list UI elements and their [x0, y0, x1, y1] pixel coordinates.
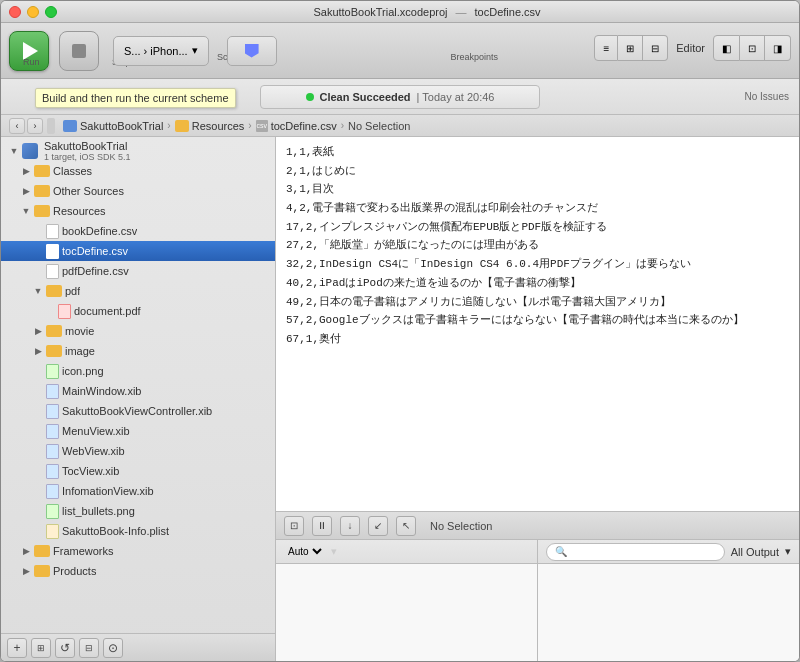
breakpoints-icon [245, 44, 259, 58]
search-button[interactable]: ⊙ [103, 638, 123, 658]
sidebar-item-project[interactable]: SakuttoBookTrial 1 target, iOS SDK 5.1 [1, 141, 275, 161]
file-icon-webview [46, 444, 59, 459]
folder-icon-frameworks [34, 545, 50, 557]
sidebar-item-tocDefine[interactable]: tocDefine.csv [1, 241, 275, 261]
gutter-toggle[interactable] [47, 118, 55, 134]
sidebar-item-Products[interactable]: Products [1, 561, 275, 581]
sidebar-item-WebView[interactable]: WebView.xib [1, 441, 275, 461]
right-toolbar-buttons: ≡ ⊞ ⊟ Editor ◧ ⊡ ◨ [594, 35, 791, 61]
breadcrumb-forward[interactable]: › [27, 118, 43, 134]
label-pdfDefine: pdfDefine.csv [62, 265, 129, 277]
folder-icon-classes [34, 165, 50, 177]
breadcrumb: ‹ › SakuttoBookTrial › Resources › csv t… [1, 115, 799, 137]
debug-step-over-btn[interactable]: ↓ [340, 516, 360, 536]
sidebar-item-image[interactable]: image [1, 341, 275, 361]
issues-bar: No Issues [745, 91, 789, 102]
sidebar-item-bookDefine[interactable]: bookDefine.csv [1, 221, 275, 241]
bc-project[interactable]: SakuttoBookTrial [63, 120, 163, 132]
breadcrumb-nav: ‹ › [9, 118, 43, 134]
sidebar-item-Frameworks[interactable]: Frameworks [1, 541, 275, 561]
debug-search-input[interactable] [546, 543, 725, 561]
sidebar-item-SBVC[interactable]: SakuttoBookViewController.xib [1, 401, 275, 421]
bc-sep3: › [341, 120, 344, 131]
file-icon-tocdefine [46, 244, 59, 259]
sidebar-item-pdfDefine[interactable]: pdfDefine.csv [1, 261, 275, 281]
standard-editor-button[interactable]: ≡ [594, 35, 618, 61]
title-file2: tocDefine.csv [475, 6, 541, 18]
maximize-button[interactable] [45, 6, 57, 18]
debug-pause-btn[interactable]: ⏸ [312, 516, 332, 536]
sidebar-item-InfoView[interactable]: InfomationView.xib [1, 481, 275, 501]
sidebar-item-OtherSources[interactable]: Other Sources [1, 181, 275, 201]
debug-toggle-btn[interactable]: ⊡ [284, 516, 304, 536]
add-file-button[interactable]: + [7, 638, 27, 658]
assistant-editor-button[interactable]: ⊞ [618, 35, 643, 61]
history-button[interactable]: ↺ [55, 638, 75, 658]
main-area: SakuttoBookTrial 1 target, iOS SDK 5.1 C… [1, 137, 799, 661]
bc-file[interactable]: csv tocDefine.csv [256, 120, 337, 132]
label-document: document.pdf [74, 305, 141, 317]
breakpoints-label: Breakpoints [451, 52, 499, 62]
triangle-classes [21, 166, 31, 176]
sidebar-item-Resources[interactable]: Resources [1, 201, 275, 221]
bc-folder[interactable]: Resources [175, 120, 245, 132]
content-line-11: 67,1,奥付 [286, 330, 789, 349]
sidebar-item-Classes[interactable]: Classes [1, 161, 275, 181]
editor-label: Editor [676, 42, 705, 54]
sidebar-item-listbullets[interactable]: list_bullets.png [1, 501, 275, 521]
triangle-project [9, 146, 19, 156]
file-icon-mainwindow [46, 384, 59, 399]
sidebar-item-MainWindow[interactable]: MainWindow.xib [1, 381, 275, 401]
file-icon-sbvc [46, 404, 59, 419]
content-line-1: 1,1,表紙 [286, 143, 789, 162]
bc-sep1: › [167, 120, 170, 131]
debug-left-panel: Auto ▾ [276, 540, 538, 661]
sidebar-tree: SakuttoBookTrial 1 target, iOS SDK 5.1 C… [1, 137, 275, 633]
stop-button[interactable] [59, 31, 99, 71]
file-icon-pdfdefine [46, 264, 59, 279]
triangle-image [33, 346, 43, 356]
filter-button[interactable]: ⊞ [31, 638, 51, 658]
debug-step-out-btn[interactable]: ↖ [396, 516, 416, 536]
label-SBVC: SakuttoBookViewController.xib [62, 405, 212, 417]
scheme-button[interactable]: S... › iPhon... ▾ [113, 36, 209, 66]
sidebar-item-document[interactable]: document.pdf [1, 301, 275, 321]
label-Frameworks: Frameworks [53, 545, 114, 557]
triangle-movie [33, 326, 43, 336]
navigator-toggle[interactable]: ◧ [713, 35, 740, 61]
version-editor-button[interactable]: ⊟ [643, 35, 668, 61]
project-icon [63, 120, 77, 132]
debug-toggle[interactable]: ⊡ [740, 35, 765, 61]
content-line-7: 32,2,InDesign CS4に「InDesign CS4 6.0.4用PD… [286, 255, 789, 274]
auto-select[interactable]: Auto [284, 545, 325, 558]
breadcrumb-back[interactable]: ‹ [9, 118, 25, 134]
bc-sep2: › [248, 120, 251, 131]
minimize-button[interactable] [27, 6, 39, 18]
breakpoints-button[interactable] [227, 36, 277, 66]
sidebar-item-TocView[interactable]: TocView.xib [1, 461, 275, 481]
bc-folder-icon [175, 120, 189, 132]
file-icon-bookdefine [46, 224, 59, 239]
project-target-label: 1 target, iOS SDK 5.1 [44, 152, 131, 162]
content-line-3: 3,1,目次 [286, 180, 789, 199]
hierarchy-button[interactable]: ⊟ [79, 638, 99, 658]
triangle-pdf [33, 286, 43, 296]
sidebar-item-icon[interactable]: icon.png [1, 361, 275, 381]
content-line-9: 49,2,日本の電子書籍はアメリカに追随しない【ルポ電子書籍大国アメリカ】 [286, 293, 789, 312]
sidebar-item-pdf[interactable]: pdf [1, 281, 275, 301]
debug-step-in-btn[interactable]: ↙ [368, 516, 388, 536]
content-area[interactable]: 1,1,表紙 2,1,はじめに 3,1,目次 4,2,電子書籍で変わる出版業界の… [276, 137, 799, 511]
sidebar-item-plist[interactable]: SakuttoBook-Info.plist [1, 521, 275, 541]
close-button[interactable] [9, 6, 21, 18]
debugger-panel: ⊡ ⏸ ↓ ↙ ↖ No Selection Auto ▾ [276, 511, 799, 661]
sidebar-item-movie[interactable]: movie [1, 321, 275, 341]
debug-right-header: All Output ▾ [538, 540, 800, 564]
utilities-toggle[interactable]: ◨ [765, 35, 791, 61]
project-icon-tree [22, 143, 38, 159]
title-separator: — [456, 6, 467, 18]
label-WebView: WebView.xib [62, 445, 125, 457]
sidebar-item-MenuView[interactable]: MenuView.xib [1, 421, 275, 441]
debug-left-header: Auto ▾ [276, 540, 537, 564]
debug-right-panel: All Output ▾ [538, 540, 800, 661]
folder-icon-movie [46, 325, 62, 337]
